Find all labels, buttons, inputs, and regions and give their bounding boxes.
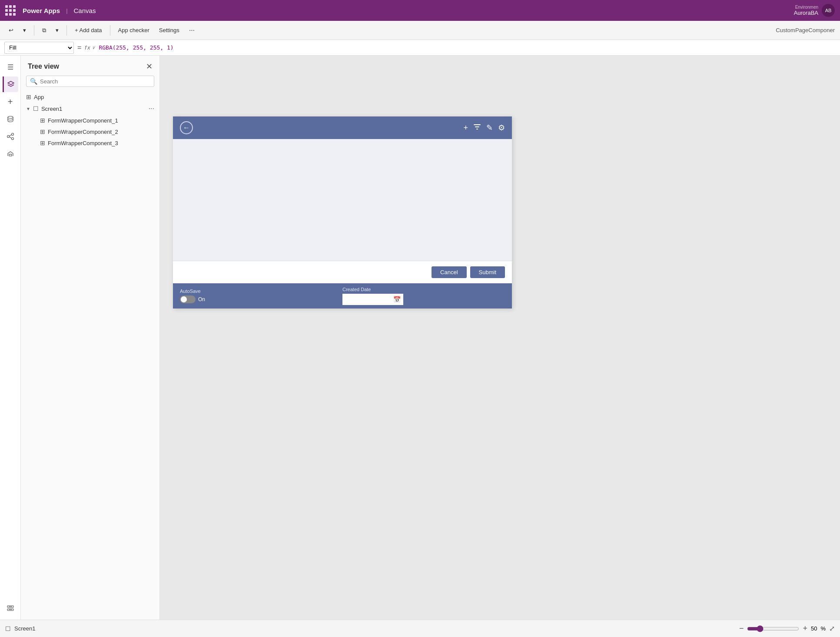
tree-header: Tree view ✕ (21, 56, 159, 76)
search-input[interactable] (40, 78, 150, 85)
copy-button[interactable]: ⧉ (39, 25, 50, 36)
toggle-container: On (180, 295, 342, 303)
component-icon-3: ⊞ (40, 139, 45, 146)
comp-header-left: ← (180, 121, 193, 134)
add-data-button[interactable]: + Add data (71, 25, 106, 35)
tree-item-screen1[interactable]: ▼ ☐ Screen1 ··· (23, 103, 158, 115)
svg-line-4 (9, 135, 12, 136)
undo-button[interactable]: ↩ (5, 25, 17, 35)
app-launcher-icon[interactable] (5, 5, 16, 16)
layers-icon (7, 80, 15, 88)
top-bar-right: Environmen AuroraBA AB (794, 4, 835, 17)
copy-dropdown-button[interactable]: ▾ (52, 25, 62, 35)
component-2-label: FormWrapperComponent_2 (48, 129, 154, 135)
zoom-out-button[interactable]: − (739, 624, 744, 633)
toolbar-separator-3 (110, 25, 110, 36)
zoom-percent-unit: % (820, 625, 826, 632)
product-name: Power Apps (23, 7, 60, 14)
component-header: ← + ✎ ⚙ (173, 116, 512, 139)
svg-point-0 (8, 116, 13, 119)
comp-filter-icon[interactable] (473, 123, 481, 133)
tree-close-button[interactable]: ✕ (146, 62, 153, 71)
component-icon-2: ⊞ (40, 128, 45, 135)
env-name: AuroraBA (794, 10, 818, 16)
toggle-thumb (181, 296, 187, 302)
component-3-label: FormWrapperComponent_3 (48, 140, 154, 146)
toolbar-separator-2 (66, 25, 67, 36)
tree-item-component-2[interactable]: ⊞ FormWrapperComponent_2 (37, 126, 158, 137)
date-input[interactable]: 📅 (342, 294, 403, 305)
svg-line-5 (9, 137, 12, 138)
formula-value: RGBA(255, 255, 255, 1) (99, 44, 173, 51)
screen-status-label: Screen1 (14, 625, 35, 632)
user-avatar[interactable]: AB (822, 4, 835, 17)
title-separator: | (66, 7, 67, 14)
environment-info: Environmen AuroraBA (794, 5, 818, 16)
svg-rect-6 (9, 154, 12, 156)
routes-button[interactable] (3, 146, 18, 162)
equals-sign: = (77, 44, 81, 52)
autosave-section: AutoSave On (180, 289, 342, 303)
search-box[interactable]: 🔍 (26, 76, 154, 87)
property-dropdown[interactable]: Fill (4, 42, 74, 54)
comp-back-button[interactable]: ← (180, 121, 193, 134)
tree-item-component-3[interactable]: ⊞ FormWrapperComponent_3 (37, 137, 158, 149)
connections-button[interactable] (3, 129, 18, 144)
zoom-in-button[interactable]: + (803, 624, 807, 633)
app-label: App (34, 94, 154, 100)
comp-add-icon[interactable]: + (463, 123, 468, 133)
tree-item-component-1[interactable]: ⊞ FormWrapperComponent_1 (37, 115, 158, 126)
chevron-down-icon: ▼ (26, 106, 30, 111)
toggle-on-label: On (198, 296, 205, 302)
autosave-toggle[interactable] (180, 295, 196, 303)
autosave-label: AutoSave (180, 289, 342, 294)
submit-button[interactable]: Submit (470, 266, 505, 278)
tree-children: ⊞ FormWrapperComponent_1 ⊞ FormWrapperCo… (23, 115, 158, 149)
screen-status-icon: ☐ (5, 625, 11, 632)
tree-item-app[interactable]: ⊞ App (23, 91, 158, 103)
main-layout: ☰ + (0, 56, 840, 620)
env-label: Environmen (795, 5, 818, 10)
database-icon (7, 115, 14, 123)
more-options-button[interactable]: ⋯ (186, 25, 198, 35)
comp-edit-icon[interactable]: ✎ (486, 123, 493, 133)
app-checker-button[interactable]: App checker (115, 25, 153, 35)
zoom-slider[interactable] (747, 625, 799, 632)
created-date-section: Created Date 📅 (342, 287, 505, 305)
created-date-label: Created Date (342, 287, 505, 292)
undo-dropdown-button[interactable]: ▾ (20, 25, 30, 35)
layers-button[interactable] (3, 76, 18, 92)
routes-icon (7, 150, 14, 158)
settings-button[interactable]: Settings (156, 25, 183, 35)
add-button[interactable]: + (3, 94, 18, 109)
tree-items: ⊞ App ▼ ☐ Screen1 ··· ⊞ FormWrapperCompo… (21, 91, 159, 149)
zoom-controls: − + 50 % ⤢ (739, 624, 835, 633)
zoom-percent-value: 50 (811, 625, 817, 632)
page-title: CustomPageComponer (776, 27, 835, 33)
component-icon-1: ⊞ (40, 117, 45, 124)
component-1-label: FormWrapperComponent_1 (48, 117, 154, 124)
toolbar-separator-1 (34, 25, 34, 36)
screen1-label: Screen1 (41, 106, 146, 112)
menu-toggle-button[interactable]: ☰ (3, 59, 18, 75)
svg-point-1 (7, 136, 9, 138)
cancel-button[interactable]: Cancel (432, 266, 466, 278)
formula-bar: Fill = fx ∨ RGBA(255, 255, 255, 1) (0, 40, 840, 56)
component-body (173, 139, 512, 261)
status-bar: ☐ Screen1 − + 50 % ⤢ (0, 620, 840, 637)
comp-header-right: + ✎ ⚙ (463, 123, 505, 133)
toolbar: ↩ ▾ ⧉ ▾ + Add data App checker Settings … (0, 21, 840, 40)
tree-title: Tree view (28, 63, 59, 70)
fx-label: fx ∨ (85, 44, 95, 51)
mode-label: Canvas (74, 7, 96, 14)
screen1-more-button[interactable]: ··· (149, 105, 154, 113)
fit-to-screen-button[interactable]: ⤢ (829, 624, 835, 633)
calendar-icon: 📅 (393, 296, 401, 303)
app-icon: ⊞ (26, 93, 31, 100)
variables-button[interactable] (3, 601, 18, 616)
component-bottom-bar: AutoSave On Created Date 📅 (173, 283, 512, 309)
screen-icon: ☐ (33, 105, 39, 112)
database-button[interactable] (3, 111, 18, 127)
comp-settings-icon[interactable]: ⚙ (498, 123, 505, 133)
component-footer: Cancel Submit (173, 261, 512, 283)
